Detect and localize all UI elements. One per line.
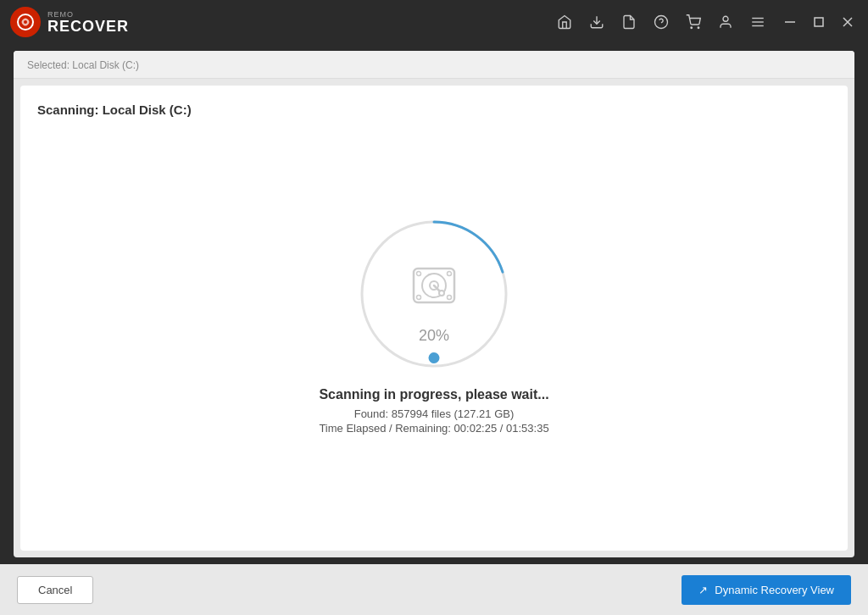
user-icon[interactable]	[717, 14, 734, 30]
title-bar: remo RECOVER	[0, 0, 868, 44]
scan-time-label: Time Elapsed / Remaining: 00:02:25 / 01:…	[319, 422, 548, 435]
logo-area: remo RECOVER	[10, 7, 129, 37]
toolbar-icons	[556, 14, 766, 30]
logo-text: remo RECOVER	[47, 11, 129, 34]
progress-container: 20%	[358, 218, 510, 370]
main-content: Selected: Local Disk (C:) Scanning: Loca…	[14, 51, 854, 557]
minimize-button[interactable]	[776, 8, 804, 36]
bottom-bar: Cancel ↗ Dynamic Recovery View	[0, 564, 868, 615]
close-button[interactable]	[834, 8, 861, 36]
scan-body: 20% Scanning in progress, please wait...…	[37, 117, 831, 537]
window-controls	[776, 8, 861, 36]
dynamic-recovery-icon: ↗	[698, 584, 708, 596]
menu-icon[interactable]	[749, 14, 766, 30]
scan-title: Scanning: Local Disk (C:)	[37, 102, 831, 117]
help-icon[interactable]	[653, 14, 670, 30]
cancel-button[interactable]: Cancel	[17, 576, 93, 604]
home-icon[interactable]	[556, 14, 573, 30]
scan-status-main: Scanning in progress, please wait...	[319, 387, 548, 402]
svg-point-7	[723, 16, 728, 21]
dynamic-recovery-label: Dynamic Recovery View	[715, 584, 834, 596]
dynamic-recovery-button[interactable]: ↗ Dynamic Recovery View	[682, 575, 851, 605]
svg-point-5	[691, 27, 693, 29]
file-icon[interactable]	[620, 14, 637, 30]
progress-dot	[429, 352, 440, 363]
progress-svg	[358, 218, 510, 370]
app-window: remo RECOVER	[0, 0, 868, 615]
logo-recover: RECOVER	[47, 19, 129, 34]
progress-percent: 20%	[419, 327, 449, 345]
svg-point-3	[655, 16, 668, 29]
status-area: Scanning in progress, please wait... Fou…	[319, 387, 548, 436]
logo-icon	[10, 7, 41, 37]
scan-found-label: Found: 857994 files (127.21 GB)	[319, 407, 548, 420]
maximize-button[interactable]	[805, 8, 832, 36]
svg-point-6	[698, 27, 699, 29]
svg-rect-12	[815, 18, 823, 26]
cart-icon[interactable]	[685, 14, 702, 30]
svg-point-1	[24, 20, 27, 24]
download-icon[interactable]	[588, 14, 605, 30]
scan-panel: Scanning: Local Disk (C:)	[20, 86, 848, 551]
selected-header: Selected: Local Disk (C:)	[14, 51, 854, 79]
